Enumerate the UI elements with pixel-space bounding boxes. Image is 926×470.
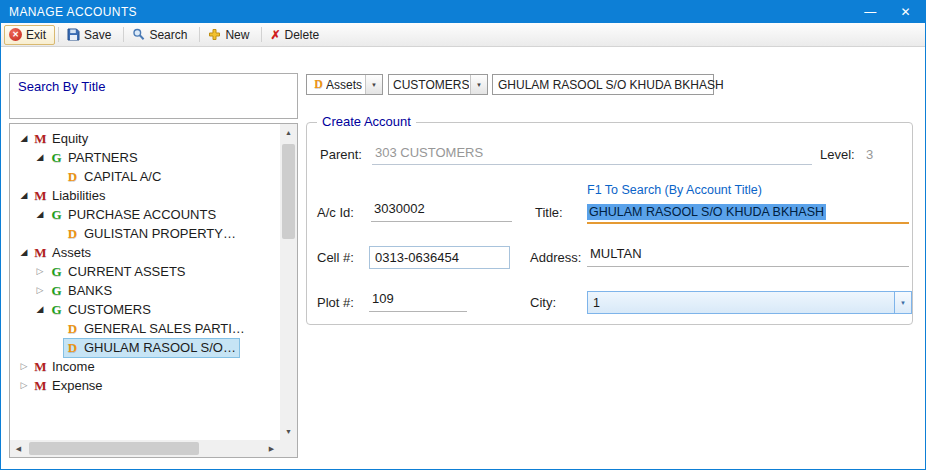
tree-item[interactable]: ▷GCURRENT ASSETS <box>10 262 280 281</box>
exit-label: Exit <box>26 28 46 42</box>
account-g-icon: G <box>48 283 65 299</box>
chevron-down-icon[interactable]: ▼ <box>365 75 382 94</box>
tree-item[interactable]: ◢GPURCHASE ACCOUNTS <box>10 205 280 224</box>
new-label: New <box>225 28 249 42</box>
toolbar-separator <box>58 27 59 42</box>
save-button[interactable]: Save <box>62 25 120 45</box>
tree-item[interactable]: DCAPITAL A/C <box>10 167 280 186</box>
account-type-combo[interactable]: D Assets ▼ <box>306 74 383 95</box>
collapsed-arrow-icon[interactable]: ▷ <box>16 357 32 376</box>
tree-item-label: PARTNERS <box>68 150 138 165</box>
vertical-scrollbar[interactable]: ▲ ▼ <box>280 124 297 440</box>
horizontal-scrollbar[interactable]: ◀ ▶ <box>10 440 280 457</box>
account-m-icon: M <box>32 245 49 261</box>
address-label: Address: <box>530 250 581 265</box>
account-m-icon: M <box>32 131 49 147</box>
tree-item[interactable]: ◢GPARTNERS <box>10 148 280 167</box>
tree-item[interactable]: ◢MEquity <box>10 129 280 148</box>
title-field[interactable]: GHULAM RASOOL S/O KHUDA BKHASH <box>587 201 909 224</box>
expanded-arrow-icon[interactable]: ◢ <box>16 186 32 205</box>
save-label: Save <box>84 28 111 42</box>
title-label: Title: <box>535 205 563 220</box>
tree-item-label: Liabilities <box>52 188 105 203</box>
window-controls: — ✕ <box>864 6 917 18</box>
parent-label: Parent: <box>320 147 362 162</box>
tree-item-label: PURCHASE ACCOUNTS <box>68 207 216 222</box>
toolbar-separator <box>199 27 200 42</box>
tree-item[interactable]: DGHULAM RASOOL S/O… <box>10 338 280 357</box>
account-name-box[interactable]: GHULAM RASOOL S/O KHUDA BKHASH <box>492 74 714 95</box>
expanded-arrow-icon[interactable]: ◢ <box>32 205 48 224</box>
exit-button[interactable]: ✕ Exit <box>4 25 55 45</box>
tree-item[interactable]: DGULISTAN PROPERTY… <box>10 224 280 243</box>
create-account-groupbox: Create Account Parent: 303 CUSTOMERS Lev… <box>306 122 913 325</box>
chevron-down-icon[interactable]: ▼ <box>894 292 911 313</box>
city-value: 1 <box>593 296 600 310</box>
address-field[interactable]: MULTAN <box>587 246 909 267</box>
scroll-left-icon[interactable]: ◀ <box>10 440 27 457</box>
search-button[interactable]: Search <box>127 25 196 45</box>
account-group-combo[interactable]: CUSTOMERS ▼ <box>388 74 488 95</box>
tree-item[interactable]: ▷GBANKS <box>10 281 280 300</box>
groupbox-legend: Create Account <box>317 114 416 129</box>
account-name-value: GHULAM RASOOL S/O KHUDA BKHASH <box>498 78 724 92</box>
tree-item[interactable]: ▷MExpense <box>10 376 280 395</box>
city-combo[interactable]: 1 ▼ <box>587 291 912 314</box>
tree-item-label: GENERAL SALES PARTI… <box>84 321 245 336</box>
titlebar: MANAGE ACCOUNTS — ✕ <box>1 1 925 23</box>
collapsed-arrow-icon[interactable]: ▷ <box>32 262 48 281</box>
close-button[interactable]: ✕ <box>901 6 911 18</box>
tree-item[interactable]: ◢GCUSTOMERS <box>10 300 280 319</box>
account-id-field[interactable]: 3030002 <box>371 201 512 222</box>
account-d-icon: D <box>64 321 81 337</box>
search-by-title-label: Search By Title <box>18 79 289 94</box>
plot-label: Plot #: <box>317 295 354 310</box>
tree-item-label: GHULAM RASOOL S/O… <box>84 340 236 355</box>
parent-field: 303 CUSTOMERS <box>372 145 812 165</box>
delete-label: Delete <box>284 28 319 42</box>
scroll-right-icon[interactable]: ▶ <box>263 440 280 457</box>
account-g-icon: G <box>48 207 65 223</box>
expanded-arrow-icon[interactable]: ◢ <box>32 148 48 167</box>
delete-button[interactable]: ✗ Delete <box>265 25 328 45</box>
tree-item-label: Income <box>52 359 95 374</box>
city-label: City: <box>530 295 556 310</box>
account-g-icon: G <box>48 302 65 318</box>
tree-item[interactable]: ▷MIncome <box>10 357 280 376</box>
cell-field[interactable]: 0313-0636454 <box>369 246 510 269</box>
expanded-arrow-icon[interactable]: ◢ <box>16 129 32 148</box>
window-title: MANAGE ACCOUNTS <box>9 5 137 19</box>
account-m-icon: M <box>32 359 49 375</box>
account-m-icon: M <box>32 378 49 394</box>
tree-items: ◢MEquity◢GPARTNERSDCAPITAL A/C◢MLiabilit… <box>10 124 280 440</box>
scroll-down-icon[interactable]: ▼ <box>280 423 297 440</box>
search-icon <box>132 28 145 41</box>
collapsed-arrow-icon[interactable]: ▷ <box>32 281 48 300</box>
f1-search-hint: F1 To Search (By Account Title) <box>587 183 762 197</box>
new-plus-icon <box>208 28 221 41</box>
tree-item[interactable]: DGENERAL SALES PARTI… <box>10 319 280 338</box>
search-label: Search <box>149 28 187 42</box>
tree-item-label: CAPITAL A/C <box>84 169 161 184</box>
tree-item[interactable]: ◢MAssets <box>10 243 280 262</box>
account-d-icon: D <box>64 169 81 185</box>
expanded-arrow-icon[interactable]: ◢ <box>16 243 32 262</box>
chevron-down-icon[interactable]: ▼ <box>470 75 487 94</box>
tree-item[interactable]: ◢MLiabilities <box>10 186 280 205</box>
scroll-up-icon[interactable]: ▲ <box>280 124 297 141</box>
plot-field[interactable]: 109 <box>369 291 467 312</box>
tree-item-label: Assets <box>52 245 91 260</box>
minimize-button[interactable]: — <box>864 6 876 18</box>
tree-item-label: BANKS <box>68 283 112 298</box>
new-button[interactable]: New <box>203 25 258 45</box>
search-by-title-panel: Search By Title <box>9 73 298 119</box>
collapsed-arrow-icon[interactable]: ▷ <box>16 376 32 395</box>
accounts-tree: ◢MEquity◢GPARTNERSDCAPITAL A/C◢MLiabilit… <box>9 123 298 458</box>
cell-value: 0313-0636454 <box>375 250 459 265</box>
title-search-input[interactable] <box>18 96 289 112</box>
horizontal-scroll-thumb[interactable] <box>29 442 199 455</box>
delete-x-icon: ✗ <box>270 28 280 42</box>
vertical-scroll-thumb[interactable] <box>282 144 295 239</box>
expanded-arrow-icon[interactable]: ◢ <box>32 300 48 319</box>
tree-item-label: Equity <box>52 131 88 146</box>
